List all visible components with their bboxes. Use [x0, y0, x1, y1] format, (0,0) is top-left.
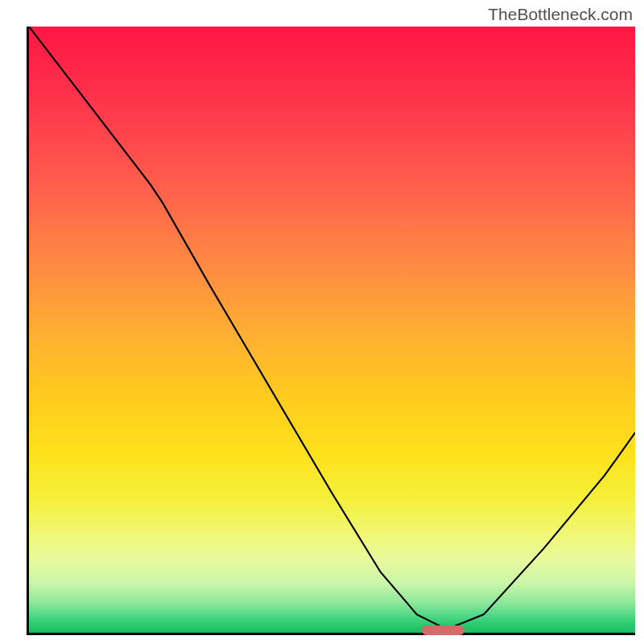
watermark-text: TheBottleneck.com: [488, 5, 633, 24]
chart-plot-area: [27, 27, 635, 635]
optimal-marker: [422, 625, 464, 635]
bottleneck-curve: [29, 27, 635, 633]
